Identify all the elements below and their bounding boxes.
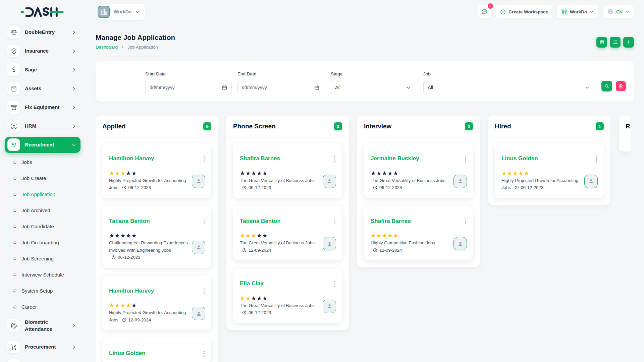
candidate-name-link[interactable]: Hamilton Harvey <box>109 155 154 162</box>
sidebar-subitem-label: Jobs <box>21 159 32 165</box>
sidebar-subitem-job-candidate[interactable]: Job Candidate <box>5 218 80 234</box>
sidebar-nav: DoubleEntry Insurance Sage Assets Fix Eq… <box>0 24 87 362</box>
workdo-menu-button[interactable]: WorkDo <box>557 5 599 18</box>
list-view-button[interactable] <box>610 37 621 48</box>
list-icon <box>612 39 618 45</box>
reset-filter-button[interactable] <box>616 81 626 91</box>
sidebar-subitem-job-create[interactable]: Job Create <box>5 170 80 186</box>
sidebar-item-biometric-attendance[interactable]: Biometric Attendance <box>5 315 80 336</box>
sidebar-item-more[interactable] <box>5 358 80 362</box>
sidebar-subitem-job-application[interactable]: Job Application <box>5 186 80 202</box>
sidebar-subitem-job-archived[interactable]: Job Archived <box>5 202 80 218</box>
application-card[interactable]: Jermaine Buckley ★★★★★ The Great Versati… <box>364 143 473 198</box>
sidebar-item-recruitment[interactable]: Recruitment <box>5 137 80 153</box>
card-menu-button[interactable] <box>203 350 206 358</box>
application-card[interactable]: Ella Clay ★★★★★ The Great Versatility of… <box>233 268 342 323</box>
candidate-avatar[interactable] <box>584 175 598 188</box>
chevron-down-icon <box>625 9 630 14</box>
sidebar-item-hrm[interactable]: HRM <box>5 118 80 134</box>
sidebar-item-doubleentry[interactable]: DoubleEntry <box>5 24 80 40</box>
user-icon <box>326 303 333 310</box>
card-menu-button[interactable] <box>334 280 336 288</box>
language-button[interactable]: EN <box>603 5 634 18</box>
sidebar-item-fix-equipment[interactable]: Fix Equipment <box>5 99 80 115</box>
application-card[interactable]: Linus Golden <box>102 338 211 362</box>
messages-button[interactable]: 0 <box>478 5 491 18</box>
sidebar-item-assets[interactable]: Assets <box>5 80 80 97</box>
candidate-name-link[interactable]: Jermaine Buckley <box>371 155 419 162</box>
card-menu-button[interactable] <box>203 155 206 163</box>
candidate-avatar[interactable] <box>192 307 205 320</box>
application-card[interactable]: Shafira Barnes ★★★★★ The Great Versatili… <box>233 143 342 198</box>
apply-filter-button[interactable] <box>601 81 612 92</box>
candidate-name-link[interactable]: Ella Clay <box>240 280 264 287</box>
brand-logo[interactable] <box>0 0 87 24</box>
candidate-name-link[interactable]: Shafira Barnes <box>240 155 280 162</box>
star-icon: ★ <box>240 170 245 177</box>
card-header: Linus Golden <box>501 155 598 163</box>
card-menu-button[interactable] <box>465 218 467 226</box>
star-icon: ★ <box>109 233 114 239</box>
stage-selected-value: All <box>335 85 340 90</box>
calendar-icon[interactable] <box>222 85 227 90</box>
donut-bullet-icon <box>13 208 17 212</box>
sidebar-subitem-system-setup[interactable]: System Setup <box>5 283 80 299</box>
stage-select[interactable]: All <box>331 81 415 94</box>
sidebar-item-procurement[interactable]: Procurement <box>5 339 80 355</box>
donut-bullet-icon <box>13 241 17 244</box>
sidebar-item-label: Fix Equipment <box>25 104 59 111</box>
candidate-name-link[interactable]: Linus Golden <box>501 155 538 162</box>
sidebar-subitem-job-on-boarding[interactable]: Job On-boarding <box>5 234 80 250</box>
job-select[interactable]: All <box>423 81 594 94</box>
candidate-avatar[interactable] <box>192 175 205 188</box>
candidate-name-link[interactable]: Linus Golden <box>109 350 146 357</box>
application-card[interactable]: Tatiana Benton ★★★★★ The Great Versatili… <box>233 206 342 261</box>
candidate-name-link[interactable]: Hamilton Harvey <box>109 287 154 295</box>
sidebar-item-insurance[interactable]: Insurance <box>5 43 80 59</box>
archive-view-button[interactable] <box>596 37 607 48</box>
candidate-avatar[interactable] <box>323 300 336 313</box>
page-header: Manage Job Application Dashboard Job App… <box>96 34 634 50</box>
candidate-name-link[interactable]: Tatiana Benton <box>240 218 281 225</box>
application-card[interactable]: Tatiana Benton ★★★★★ Challenging Yet Rew… <box>102 206 211 268</box>
candidate-avatar[interactable] <box>323 175 336 188</box>
card-header: Ella Clay <box>240 280 336 288</box>
end-date-input[interactable]: dd/mm/yyyy <box>237 81 324 94</box>
application-card[interactable]: Shafira Barnes ★★★★★ Highly Competitive … <box>364 206 473 261</box>
start-date-input[interactable]: dd/mm/yyyy <box>145 81 232 94</box>
card-menu-button[interactable] <box>334 218 336 226</box>
candidate-name-link[interactable]: Tatiana Benton <box>109 218 150 225</box>
application-card[interactable]: Linus Golden ★★★★★ Highly Projected Grow… <box>495 143 604 198</box>
card-menu-button[interactable] <box>203 218 206 226</box>
card-menu-button[interactable] <box>203 287 206 295</box>
sidebar-subitem-job-screening[interactable]: Job Screening <box>5 250 80 266</box>
sidebar-subitem-jobs[interactable]: Jobs <box>5 154 80 170</box>
card-menu-button[interactable] <box>334 155 336 163</box>
create-workspace-button[interactable]: Create Workspace <box>495 5 552 18</box>
star-icon: ★ <box>131 302 137 309</box>
trash-off-icon <box>618 83 624 89</box>
main-content: WorkDo 0 Create Workspace <box>87 0 644 362</box>
add-application-button[interactable] <box>623 37 634 48</box>
calendar-icon[interactable] <box>314 85 320 90</box>
application-card[interactable]: Hamilton Harvey ★★★★★ Highly Projected G… <box>102 276 211 330</box>
candidate-avatar[interactable] <box>453 175 467 188</box>
chevron-right-icon <box>71 86 76 91</box>
candidate-avatar[interactable] <box>453 237 467 250</box>
topbar: WorkDo 0 Create Workspace <box>96 4 634 20</box>
breadcrumb-dashboard-link[interactable]: Dashboard <box>96 45 118 50</box>
donut-bullet-icon <box>13 305 17 309</box>
candidate-avatar[interactable] <box>192 241 205 254</box>
sidebar-subitem-career[interactable]: Career <box>5 299 80 315</box>
candidate-avatar[interactable] <box>323 237 336 250</box>
sidebar-item-sage[interactable]: Sage <box>5 62 80 78</box>
card-menu-button[interactable] <box>595 155 598 163</box>
donut-bullet-icon <box>13 192 17 196</box>
sidebar-subitem-interview-schedule[interactable]: Interview Schedule <box>5 266 80 283</box>
candidate-name-link[interactable]: Shafira Barnes <box>371 218 411 225</box>
application-card[interactable]: Hamilton Harvey ★★★★★ Highly Projected G… <box>102 143 211 198</box>
workspace-switcher[interactable]: WorkDo <box>96 4 145 20</box>
card-menu-button[interactable] <box>465 155 467 163</box>
star-icon: ★ <box>120 170 125 177</box>
end-date-field: End Date dd/mm/yyyy <box>237 71 324 94</box>
